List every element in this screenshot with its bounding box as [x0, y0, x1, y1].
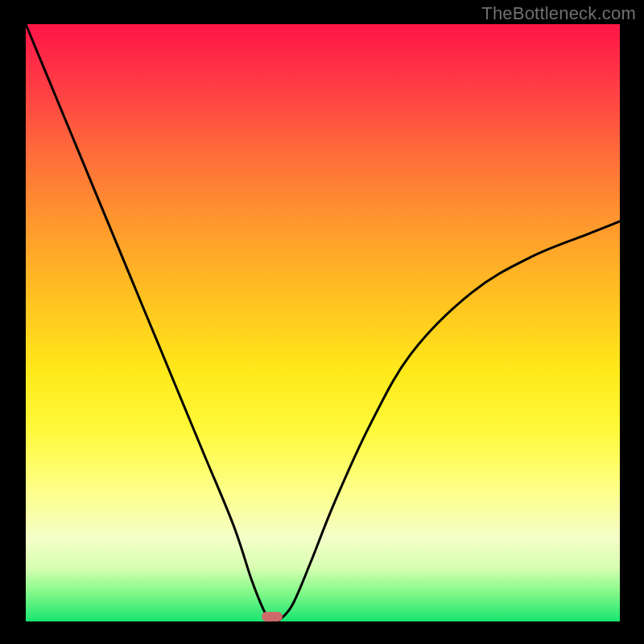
optimal-marker — [262, 612, 283, 621]
watermark-text: TheBottleneck.com — [481, 3, 636, 24]
chart-root: TheBottleneck.com — [0, 0, 644, 644]
bottleneck-curve — [26, 24, 620, 621]
chart-curve-layer — [0, 0, 644, 644]
